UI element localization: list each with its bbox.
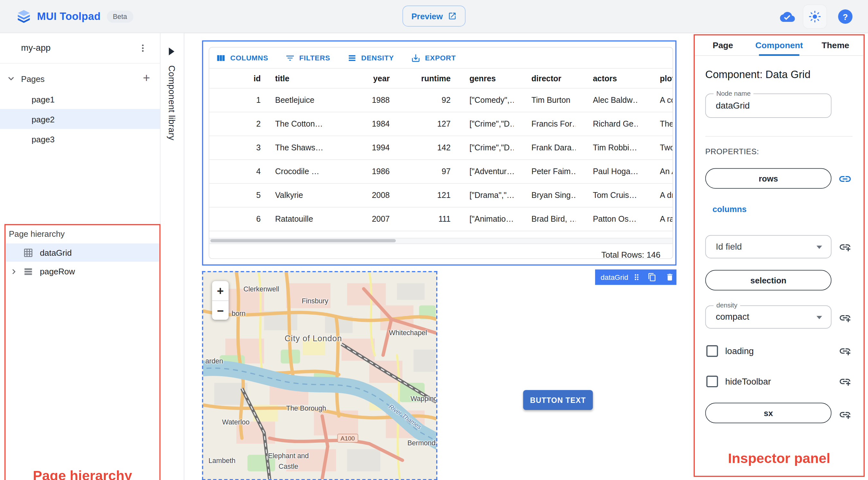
hierarchy-item-pagerow[interactable]: pageRow bbox=[5, 262, 159, 281]
column-header-title[interactable]: title bbox=[262, 74, 322, 83]
map-place-label: City of London bbox=[284, 333, 342, 343]
table-row[interactable]: 3The Shaws…1994142["Crime","D…Frank Dara… bbox=[209, 136, 673, 160]
add-link-icon[interactable] bbox=[837, 310, 852, 325]
page-hierarchy-annotation-box: Page hierarchy dataGrid pageRow Page hie… bbox=[4, 224, 161, 480]
zoom-out-button[interactable]: − bbox=[212, 301, 229, 320]
selection-property-button[interactable]: selection bbox=[705, 270, 832, 290]
table-cell: 6 bbox=[209, 215, 262, 224]
theme-toggle-button[interactable] bbox=[803, 4, 827, 29]
sidebar: my-app Pages + page1page2page3 Page hier… bbox=[0, 33, 160, 480]
datagrid-paper: COLUMNSFILTERSDENSITYEXPORT idtitleyearr… bbox=[209, 47, 673, 259]
map-place-label: Whitechapel bbox=[389, 329, 427, 337]
table-cell: A dr bbox=[638, 191, 673, 200]
properties-label: PROPERTIES: bbox=[705, 147, 759, 156]
expand-right-icon[interactable] bbox=[169, 47, 174, 55]
drag-indicator-icon[interactable] bbox=[632, 273, 641, 282]
preview-button[interactable]: Preview bbox=[403, 5, 465, 26]
table-row[interactable]: 6Ratatouille2007111["Animatio…Brad Bird,… bbox=[209, 207, 673, 231]
table-cell: Bryan Sing… bbox=[514, 191, 576, 200]
more-vert-icon[interactable] bbox=[136, 41, 150, 55]
map-place-label: arden bbox=[206, 357, 223, 365]
table-row[interactable]: 1Beetlejuice198892["Comedy",…Tim BurtonA… bbox=[209, 89, 673, 113]
toolbar-button-filters[interactable]: FILTERS bbox=[285, 53, 330, 63]
loading-checkbox-row[interactable]: loading bbox=[706, 345, 753, 357]
canvas-button-component[interactable]: BUTTON TEXT bbox=[523, 390, 593, 410]
link-icon[interactable] bbox=[837, 171, 852, 186]
column-header-id[interactable]: id bbox=[209, 74, 262, 83]
brand: MUI Toolpad Beta bbox=[17, 0, 133, 33]
hierarchy-item-datagrid[interactable]: dataGrid bbox=[5, 244, 159, 262]
project-name: my-app bbox=[21, 43, 51, 53]
column-header-plot[interactable]: plot bbox=[638, 74, 673, 83]
columns-property-link[interactable]: columns bbox=[712, 204, 746, 213]
chevron-right-icon[interactable] bbox=[9, 266, 19, 276]
sidebar-item-page3[interactable]: page3 bbox=[0, 129, 160, 149]
add-link-icon[interactable] bbox=[837, 344, 852, 358]
table-row[interactable]: 4Crocodile …198697["Adventur…Peter Faim…… bbox=[209, 160, 673, 184]
column-header-runtime[interactable]: runtime bbox=[391, 74, 452, 83]
copy-icon[interactable] bbox=[648, 273, 656, 282]
checkbox-unchecked-icon[interactable] bbox=[706, 345, 718, 357]
add-link-icon[interactable] bbox=[837, 240, 852, 254]
tab-component[interactable]: Component bbox=[751, 35, 807, 55]
map-place-label: Clerkenwell bbox=[243, 286, 279, 293]
toolbar-button-density[interactable]: DENSITY bbox=[347, 53, 394, 63]
delete-icon[interactable] bbox=[665, 273, 675, 282]
table-cell: Beetlejuice bbox=[262, 96, 322, 105]
columns-icon bbox=[216, 53, 226, 63]
pages-header: Pages + bbox=[0, 68, 160, 89]
checkbox-unchecked-icon[interactable] bbox=[706, 376, 718, 387]
help-icon[interactable]: ? bbox=[838, 9, 852, 24]
project-row: my-app bbox=[0, 33, 160, 64]
selection-chip-label: dataGrid bbox=[595, 273, 628, 282]
table-cell: 92 bbox=[391, 96, 452, 105]
map-place-label: Finsbury bbox=[302, 297, 329, 305]
toolbar-button-export[interactable]: EXPORT bbox=[410, 53, 456, 63]
table-row[interactable]: 5Valkyrie2008121["Drama","…Bryan Sing…To… bbox=[209, 184, 673, 207]
map-component[interactable]: ClerkenwellFinsburybornWhitechapelCity o… bbox=[202, 271, 437, 480]
component-library-panel[interactable]: Component library bbox=[160, 33, 184, 480]
filter-icon bbox=[285, 53, 295, 63]
sx-property-button[interactable]: sx bbox=[705, 403, 832, 423]
column-header-genres[interactable]: genres bbox=[452, 74, 514, 83]
datagrid-header-row: idtitleyearruntimegenresdirectoractorspl… bbox=[209, 69, 673, 89]
node-name-field[interactable]: Node name dataGrid bbox=[705, 94, 832, 118]
id-field-select[interactable]: Id field bbox=[705, 235, 832, 258]
sidebar-item-page2[interactable]: page2 bbox=[0, 109, 160, 129]
table-cell: ["Comedy",… bbox=[452, 96, 514, 105]
map-place-label: Waterloo bbox=[222, 418, 249, 426]
tab-theme[interactable]: Theme bbox=[807, 35, 864, 55]
add-page-button[interactable]: + bbox=[143, 71, 150, 85]
map-place-label: The Borough bbox=[286, 405, 326, 412]
hidetoolbar-checkbox-row[interactable]: hideToolbar bbox=[706, 376, 771, 387]
column-header-director[interactable]: director bbox=[514, 74, 576, 83]
table-cell: 2 bbox=[209, 120, 262, 129]
column-header-actors[interactable]: actors bbox=[576, 74, 638, 83]
chevron-down-icon[interactable] bbox=[5, 73, 17, 84]
column-header-year[interactable]: year bbox=[323, 74, 391, 83]
beta-badge: Beta bbox=[107, 10, 133, 23]
component-library-label: Component library bbox=[166, 65, 177, 140]
zoom-in-button[interactable]: + bbox=[212, 281, 229, 301]
scrollbar-thumb[interactable] bbox=[210, 239, 396, 242]
map-place-label: born bbox=[232, 310, 246, 317]
add-link-icon[interactable] bbox=[837, 407, 852, 421]
table-cell: Tom Cruis… bbox=[576, 191, 638, 200]
table-cell: 1 bbox=[209, 96, 262, 105]
table-cell: 97 bbox=[391, 167, 452, 176]
sidebar-item-page1[interactable]: page1 bbox=[0, 89, 160, 109]
map-place-label: Wapping bbox=[410, 395, 437, 403]
table-cell: The Shaws… bbox=[262, 143, 322, 152]
tab-page[interactable]: Page bbox=[695, 35, 751, 55]
density-label: density bbox=[714, 301, 740, 309]
datagrid-component[interactable]: COLUMNSFILTERSDENSITYEXPORT idtitleyearr… bbox=[202, 40, 677, 266]
toolbar-button-columns[interactable]: COLUMNS bbox=[216, 53, 269, 63]
add-link-icon[interactable] bbox=[837, 374, 852, 388]
table-row[interactable]: 2The Cotton…1984127["Crime","D…Francis F… bbox=[209, 113, 673, 136]
table-cell: 127 bbox=[391, 120, 452, 129]
rows-property-button[interactable]: rows bbox=[705, 168, 832, 189]
table-cell: ["Crime","D… bbox=[452, 143, 514, 152]
page-hierarchy-title: Page hierarchy bbox=[9, 229, 65, 238]
horizontal-scrollbar[interactable] bbox=[209, 238, 673, 244]
density-select[interactable]: density compact bbox=[705, 306, 832, 329]
